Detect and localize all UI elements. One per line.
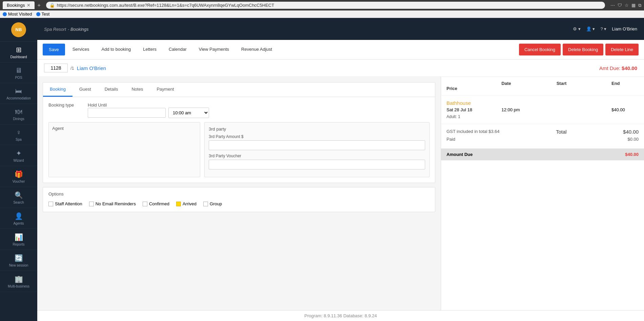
calendar-button[interactable]: Calendar (163, 43, 193, 56)
option-staff-attention: Staff Attention (48, 201, 82, 206)
new-session-icon: 🔄 (15, 254, 23, 262)
booking-slash: /1 (70, 66, 74, 71)
arrived-label: Arrived (183, 201, 196, 206)
browser-chrome: Bookings ✕ + 🔒 https://secure.netbooking… (0, 0, 644, 10)
confirmed-checkbox[interactable] (143, 202, 147, 206)
third-party-voucher-input[interactable] (209, 160, 425, 169)
browser-tab[interactable]: Bookings ✕ (3, 1, 35, 9)
bookmark-test[interactable]: Test (36, 12, 50, 17)
sidebar-item-new-session[interactable]: 🔄 New session (0, 250, 37, 271)
summary-header: Date Start End Price (441, 77, 644, 95)
window-icon[interactable]: ⧉ (638, 3, 641, 8)
sidebar-label-search: Search (13, 201, 24, 204)
tab-booking[interactable]: Booking (43, 83, 72, 97)
sidebar-item-dinings[interactable]: 🍽 Dinings (0, 104, 37, 124)
tab-payment[interactable]: Payment (150, 83, 181, 97)
hold-until-group: Hold Until 10:00 am (88, 102, 209, 118)
services-button[interactable]: Services (66, 43, 96, 56)
new-tab-button[interactable]: + (37, 2, 40, 8)
sidebar-item-pos[interactable]: 🖥 POS (0, 63, 37, 83)
save-button[interactable]: Save (43, 44, 65, 55)
gst-row: GST included in total $3.64 Total $40.00 (446, 129, 639, 135)
help-icon[interactable]: ? ▾ (600, 26, 606, 31)
options-row: Staff Attention No Email Reminders Confi… (48, 200, 430, 208)
third-party-amount-input[interactable] (209, 140, 425, 150)
total-label: Total (556, 129, 567, 135)
col-date-label: Date (501, 81, 556, 86)
sidebar-item-reports[interactable]: 📊 Reports (0, 229, 37, 250)
third-party-voucher-label: 3rd Party Voucher (209, 154, 425, 158)
favicon-icon (3, 12, 7, 16)
booking-guest-name: Liam O'Brien (77, 65, 106, 71)
sidebar-item-voucher[interactable]: 🎁 Voucher (0, 166, 37, 187)
cancel-booking-button[interactable]: Cancel Booking (519, 44, 561, 55)
options-section: Options Staff Attention No Email Reminde… (43, 187, 435, 212)
two-col-boxes: Agent 3rd party 3rd Party Amount $ (48, 122, 430, 177)
sidebar-item-wizard[interactable]: ✦ Wizard (0, 145, 37, 166)
summary-item-bathhouse: Bathhouse Sat 28 Jul 18 12:00 pm $40.00 … (441, 95, 644, 124)
sidebar-browser-icon[interactable]: ▦ (631, 3, 636, 8)
footer: Program: 8.9.11.36 Database: 8.9.24 (37, 310, 644, 321)
view-payments-button[interactable]: View Payments (193, 43, 235, 56)
arrived-checkbox[interactable] (176, 202, 181, 206)
content-area: /1 Liam O'Brien Amt Due: $40.00 Booking (37, 60, 644, 321)
hold-until-time-select[interactable]: 10:00 am (168, 108, 209, 118)
toolbar: Save Services Add to booking Letters Cal… (37, 40, 644, 60)
sidebar-label-reports: Reports (13, 243, 24, 246)
paid-label: Paid (446, 137, 455, 142)
sidebar-item-multi-business[interactable]: 🏢 Multi-business (0, 271, 37, 292)
tab-details[interactable]: Details (98, 83, 125, 97)
sidebar-item-dashboard[interactable]: ⊞ Dashboard (0, 42, 37, 63)
option-confirmed: Confirmed (143, 201, 169, 206)
booking-header: /1 Liam O'Brien Amt Due: $40.00 (37, 60, 644, 77)
pos-icon: 🖥 (15, 67, 22, 74)
user-name[interactable]: Liam O'Brien (612, 26, 637, 31)
no-email-reminders-checkbox[interactable] (89, 202, 94, 206)
tab-notes[interactable]: Notes (125, 83, 150, 97)
toolbar-right: Cancel Booking Delete Booking Delete Lin… (519, 44, 639, 55)
multi-business-icon: 🏢 (15, 275, 23, 283)
sidebar-item-accommodation[interactable]: 🛏 Accommodation (0, 83, 37, 104)
user-icon[interactable]: 👤 ▾ (586, 26, 595, 31)
sidebar-item-search[interactable]: 🔍 Search (0, 187, 37, 208)
star-icon[interactable]: ☆ (625, 3, 629, 8)
app-title: Spa Resort - Bookings (44, 25, 567, 32)
wizard-icon: ✦ (16, 149, 22, 157)
search-icon: 🔍 (15, 191, 23, 199)
booking-ref: /1 Liam O'Brien (44, 64, 106, 72)
booking-ref-input[interactable] (44, 64, 68, 72)
grand-total-value: $40.00 (625, 152, 639, 157)
top-bar: Spa Resort - Bookings ⚙ ▾ 👤 ▾ ? ▾ Liam O… (37, 18, 644, 40)
spa-icon: ♀ (16, 129, 21, 136)
delete-booking-button[interactable]: Delete Booking (563, 44, 603, 55)
top-bar-actions: ⚙ ▾ 👤 ▾ ? ▾ Liam O'Brien (573, 26, 637, 31)
option-arrived: Arrived (176, 201, 196, 206)
grand-total-label: Amount Due (446, 152, 473, 157)
sidebar-item-spa[interactable]: ♀ Spa (0, 124, 37, 145)
hold-until-input[interactable] (88, 108, 166, 118)
third-party-box: 3rd party 3rd Party Amount $ 3rd Party V… (204, 122, 430, 177)
third-party-title: 3rd party (209, 127, 425, 132)
sidebar-label-new-session: New session (9, 263, 28, 267)
shield-icon[interactable]: 🛡 (618, 3, 622, 8)
group-checkbox[interactable] (203, 202, 208, 206)
sidebar-item-agents[interactable]: 👤 Agents (0, 208, 37, 229)
form-section: Booking type Hold Until 10:00 am (43, 97, 435, 183)
more-icon[interactable]: ⋯ (610, 3, 615, 8)
bookmark-label: Most Visited (8, 12, 32, 17)
bookmark-most-visited[interactable]: Most Visited (3, 12, 32, 17)
tab-guest[interactable]: Guest (72, 83, 98, 97)
letters-button[interactable]: Letters (137, 43, 163, 56)
option-group: Group (203, 201, 222, 206)
hold-until-label: Hold Until (88, 102, 107, 108)
staff-attention-checkbox[interactable] (48, 202, 53, 206)
staff-attention-label: Staff Attention (55, 201, 82, 206)
address-bar[interactable]: 🔒 https://secure.netbookings.com.au/test… (46, 2, 605, 9)
tab-close-icon[interactable]: ✕ (27, 3, 30, 8)
settings-icon[interactable]: ⚙ ▾ (573, 26, 581, 31)
delete-line-button[interactable]: Delete Line (605, 44, 639, 55)
revenue-adjust-button[interactable]: Revenue Adjust (235, 43, 278, 56)
add-to-booking-button[interactable]: Add to booking (96, 43, 137, 56)
no-email-reminders-label: No Email Reminders (96, 201, 136, 206)
right-panel: Date Start End Price Bathhouse Sat 28 Ju… (441, 77, 644, 310)
